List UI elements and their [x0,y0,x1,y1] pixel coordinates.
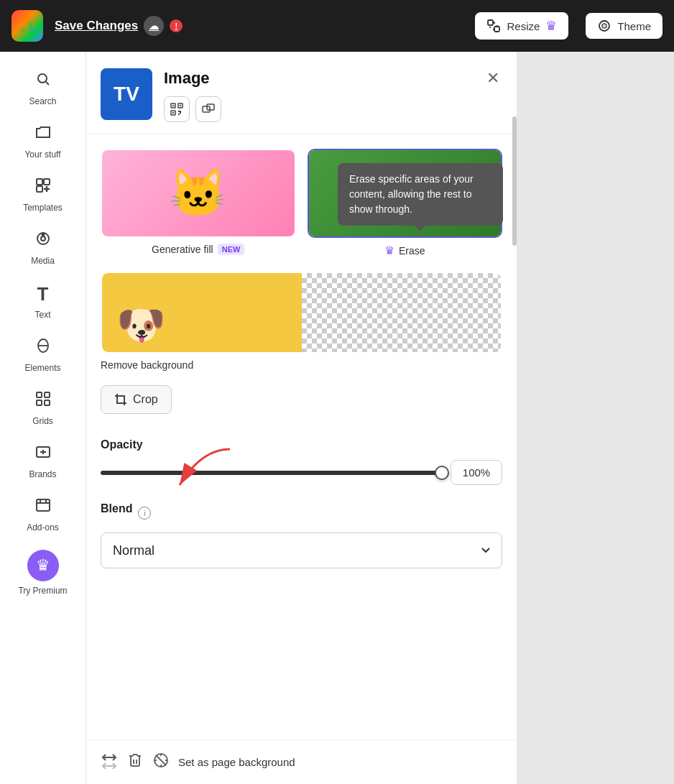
svg-point-9 [41,236,45,241]
text-icon: T [37,283,49,305]
arrange-button[interactable] [195,96,221,122]
panel-title: Image [164,69,484,88]
remove-background-label: Remove background [101,359,193,371]
panel-content: 🐱 Generative fill NEW 🐸 [86,134,517,784]
svg-rect-22 [172,112,174,114]
app-logo [11,10,43,42]
sidebar-item-addons-label: Add-ons [27,522,59,532]
svg-rect-12 [45,392,50,397]
opacity-row: 100% [101,460,502,485]
blend-select-container: Normal Multiply Screen Overlay [101,532,502,583]
set-page-background-label[interactable]: Set as page background [178,756,295,768]
media-icon [34,230,52,252]
theme-icon [597,19,611,33]
svg-rect-21 [180,105,181,106]
sidebar-item-media[interactable]: Media [7,223,79,273]
sidebar-item-premium-label: Try Premium [18,586,67,596]
search-icon [34,70,52,92]
opacity-value[interactable]: 100% [451,460,502,485]
alert-badge: ! [170,19,183,32]
panel-close-button[interactable]: ✕ [484,66,502,91]
crop-label: Crop [133,393,158,406]
brands-icon [34,443,52,465]
sidebar: Search Your stuff Templates [0,52,86,784]
sidebar-item-try-premium[interactable]: ♛ Try Premium [7,543,79,603]
sidebar-item-brands[interactable]: Brands [7,436,79,486]
qr-code-button[interactable] [164,96,190,122]
opacity-slider[interactable] [101,471,442,475]
crop-icon [114,393,127,406]
crop-section: Crop [101,385,502,431]
sidebar-item-templates-label: Templates [23,203,63,213]
sidebar-item-templates[interactable]: Templates [7,170,79,220]
folder-icon [34,124,52,145]
svg-rect-7 [37,186,42,192]
opacity-label: Opacity [101,438,502,451]
sidebar-item-yourstuff-label: Your stuff [24,149,60,160]
svg-rect-14 [45,400,50,405]
topbar-right: Resize ♛ Theme [475,12,663,40]
sidebar-item-search-label: Search [29,96,56,106]
opacity-section: Opacity 100% [101,438,502,485]
sidebar-item-text-label: Text [34,310,50,320]
blend-mode-select[interactable]: Normal Multiply Screen Overlay [101,532,502,568]
action-divider-2 [152,752,170,773]
svg-rect-0 [488,20,493,25]
generative-fill-thumb: 🐱 [101,149,296,238]
erase-crown-icon: ♛ [384,244,394,257]
svg-rect-20 [172,105,174,106]
sidebar-item-grids[interactable]: Grids [7,383,79,433]
bottom-actions: Set as page background [86,739,517,784]
sidebar-item-search[interactable]: Search [7,63,79,114]
sidebar-item-grids-label: Grids [32,416,53,426]
svg-rect-6 [44,179,50,185]
opacity-thumb[interactable] [435,466,449,480]
new-badge: NEW [218,244,245,255]
canvas-area[interactable] [517,52,674,784]
panel-thumbnail: TV [101,68,152,120]
svg-rect-16 [37,499,50,511]
panel-scrollbar[interactable] [512,116,517,246]
theme-label: Theme [617,20,651,32]
sidebar-item-addons[interactable]: Add-ons [7,489,79,540]
theme-button[interactable]: Theme [586,13,663,39]
sidebar-item-elements-label: Elements [24,363,60,373]
save-cloud-icon: ☁ [144,16,164,36]
sidebar-item-elements[interactable]: Elements [7,330,79,380]
svg-line-28 [156,755,166,765]
effect-remove-background[interactable]: 🐶 Remove background [101,272,502,371]
erase-tooltip: Erase specific areas of your content, al… [338,163,503,226]
blend-label: Blend [101,502,132,515]
sidebar-item-media-label: Media [31,256,55,266]
image-panel: TV Image ✕ [86,52,517,784]
resize-icon [486,19,501,33]
cat-image: 🐱 [169,166,227,221]
save-changes-button[interactable]: Save Changes ☁ ! [55,16,183,36]
sidebar-item-text[interactable]: T Text [7,276,79,327]
flip-button[interactable] [101,752,118,773]
resize-button[interactable]: Resize ♛ [475,12,568,40]
premium-crown-icon: ♛ [27,550,59,581]
svg-rect-13 [37,400,42,405]
grids-icon [34,390,52,412]
erase-label: ♛ Erase [384,244,425,257]
blend-info-icon[interactable]: i [138,507,151,520]
crown-icon: ♛ [545,18,557,34]
elements-icon [34,337,52,359]
blend-section: Blend i Normal Multiply Screen Overlay [101,502,502,583]
remove-bg-thumb-container: 🐶 [101,272,502,354]
svg-point-4 [38,74,47,83]
sidebar-item-your-stuff[interactable]: Your stuff [7,116,79,167]
svg-rect-11 [37,392,42,397]
blend-row: Blend i [101,502,502,524]
resize-label: Resize [507,20,540,32]
dog-image: 🐶 [116,302,166,349]
svg-rect-23 [203,106,210,112]
topbar: Save Changes ☁ ! Resize ♛ Theme [0,0,674,52]
svg-rect-24 [207,104,214,110]
templates-icon [34,177,52,198]
crop-button[interactable]: Crop [101,385,172,414]
generative-fill-label: Generative fill NEW [152,244,244,255]
effect-generative-fill[interactable]: 🐱 Generative fill NEW [101,149,296,257]
addons-icon [34,497,52,518]
